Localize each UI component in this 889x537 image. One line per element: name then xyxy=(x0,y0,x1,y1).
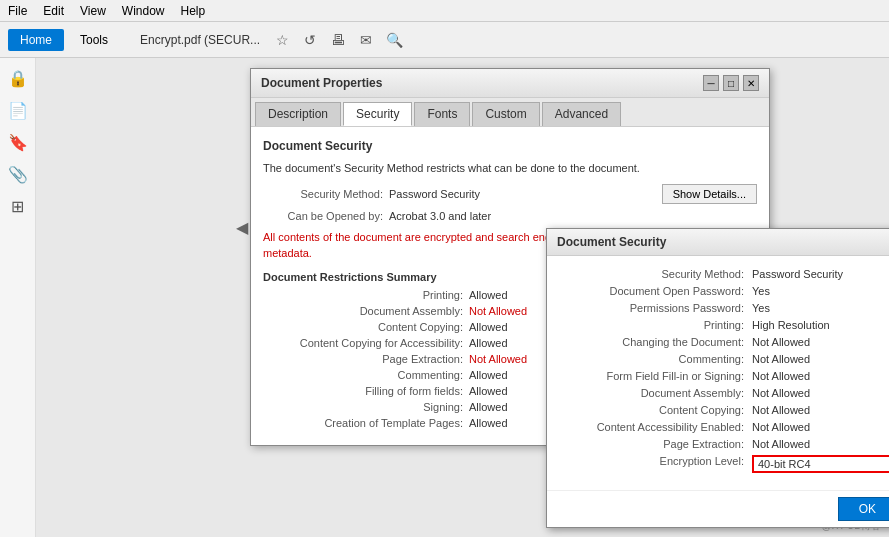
popup-footer: OK xyxy=(547,490,889,527)
back-icon[interactable]: ↺ xyxy=(300,30,320,50)
popup-row: Encryption Level:40-bit RC4 xyxy=(559,455,889,473)
dialog-minimize[interactable]: ─ xyxy=(703,75,719,91)
left-sidebar: 🔒 📄 🔖 📎 ⊞ xyxy=(0,58,36,537)
security-method-value: Password Security xyxy=(389,188,662,200)
tab-fonts[interactable]: Fonts xyxy=(414,102,470,126)
toolbar: Home Tools Encrypt.pdf (SECUR... ☆ ↺ 🖶 ✉… xyxy=(0,22,889,58)
popup-titlebar: Document Security xyxy=(547,229,889,256)
print-icon[interactable]: 🖶 xyxy=(328,30,348,50)
collapse-arrow[interactable]: ◀ xyxy=(236,218,248,237)
section-desc: The document's Security Method restricts… xyxy=(263,161,757,176)
tab-description[interactable]: Description xyxy=(255,102,341,126)
file-title: Encrypt.pdf (SECUR... xyxy=(140,33,260,47)
ok-button[interactable]: OK xyxy=(838,497,889,521)
popup-row: Permissions Password:Yes xyxy=(559,302,889,314)
dialog-close[interactable]: ✕ xyxy=(743,75,759,91)
layers-icon[interactable]: ⊞ xyxy=(6,194,30,218)
bookmark-icon[interactable]: 🔖 xyxy=(6,130,30,154)
show-details-button[interactable]: Show Details... xyxy=(662,184,757,204)
popup-content: Security Method:Password SecurityDocumen… xyxy=(547,256,889,490)
document-security-popup: Document Security Security Method:Passwo… xyxy=(546,228,889,528)
menu-file[interactable]: File xyxy=(8,4,27,18)
popup-row: Document Assembly:Not Allowed xyxy=(559,387,889,399)
tools-button[interactable]: Tools xyxy=(68,29,120,51)
popup-row: Security Method:Password Security xyxy=(559,268,889,280)
lock-icon[interactable]: 🔒 xyxy=(6,66,30,90)
can-be-opened-label: Can be Opened by: xyxy=(263,210,383,222)
dialog-title: Document Properties xyxy=(261,76,382,90)
can-be-opened-value: Acrobat 3.0 and later xyxy=(389,210,757,222)
popup-row: Changing the Document:Not Allowed xyxy=(559,336,889,348)
menu-window[interactable]: Window xyxy=(122,4,165,18)
pages-icon[interactable]: 📄 xyxy=(6,98,30,122)
popup-row: Form Field Fill-in or Signing:Not Allowe… xyxy=(559,370,889,382)
popup-row: Content Copying:Not Allowed xyxy=(559,404,889,416)
popup-row: Content Accessibility Enabled:Not Allowe… xyxy=(559,421,889,433)
star-icon[interactable]: ☆ xyxy=(272,30,292,50)
section-title: Document Security xyxy=(263,139,757,153)
tab-custom[interactable]: Custom xyxy=(472,102,539,126)
security-method-label: Security Method: xyxy=(263,188,383,200)
tab-security[interactable]: Security xyxy=(343,102,412,126)
security-method-row: Security Method: Password Security Show … xyxy=(263,184,757,204)
popup-row: Document Open Password:Yes xyxy=(559,285,889,297)
tab-bar: Description Security Fonts Custom Advanc… xyxy=(251,98,769,126)
home-button[interactable]: Home xyxy=(8,29,64,51)
popup-row: Page Extraction:Not Allowed xyxy=(559,438,889,450)
popup-row: Printing:High Resolution xyxy=(559,319,889,331)
menu-edit[interactable]: Edit xyxy=(43,4,64,18)
popup-row: Commenting:Not Allowed xyxy=(559,353,889,365)
attachment-icon[interactable]: 📎 xyxy=(6,162,30,186)
toolbar-icons: ☆ ↺ 🖶 ✉ 🔍 xyxy=(272,30,404,50)
menu-view[interactable]: View xyxy=(80,4,106,18)
mail-icon[interactable]: ✉ xyxy=(356,30,376,50)
main-area: ◀ Document Properties ─ □ ✕ Description … xyxy=(36,58,889,537)
dialog-maximize[interactable]: □ xyxy=(723,75,739,91)
tab-advanced[interactable]: Advanced xyxy=(542,102,621,126)
menu-help[interactable]: Help xyxy=(181,4,206,18)
menu-bar: File Edit View Window Help xyxy=(0,0,889,22)
search-icon[interactable]: 🔍 xyxy=(384,30,404,50)
dialog-controls: ─ □ ✕ xyxy=(703,75,759,91)
dialog-titlebar: Document Properties ─ □ ✕ xyxy=(251,69,769,98)
can-be-opened-row: Can be Opened by: Acrobat 3.0 and later xyxy=(263,210,757,222)
